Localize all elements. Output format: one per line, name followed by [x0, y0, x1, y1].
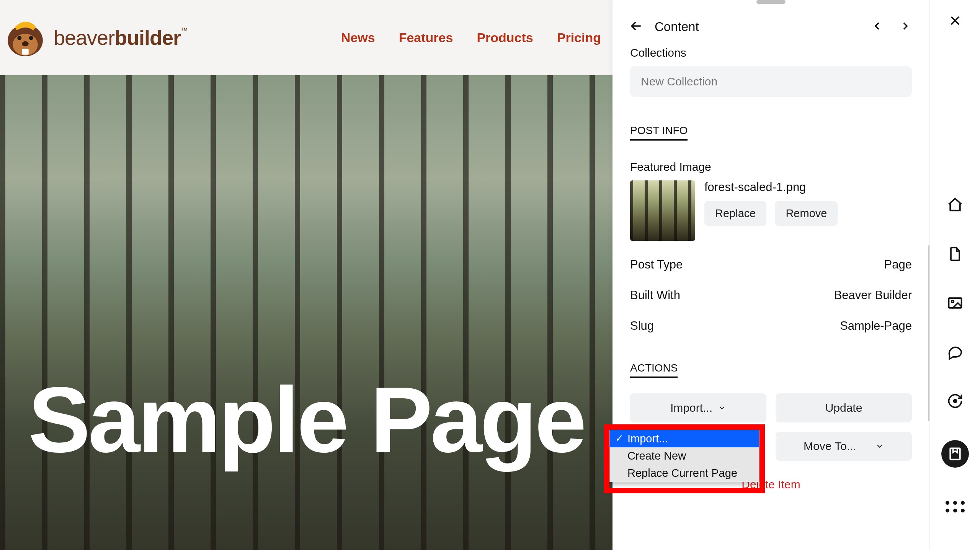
prev-button[interactable]	[871, 20, 884, 34]
import-dropdown[interactable]: Import... Create New Replace Current Pag…	[609, 430, 760, 482]
tab-post-info[interactable]: POST INFO	[630, 124, 688, 141]
featured-image-thumbnail[interactable]	[630, 180, 695, 241]
home-icon	[947, 196, 964, 213]
close-icon	[947, 13, 963, 28]
next-button[interactable]	[899, 20, 912, 34]
back-button[interactable]	[629, 18, 644, 35]
tab-actions[interactable]: ACTIONS	[630, 362, 678, 378]
main-nav: News Features Products Pricing	[341, 30, 612, 45]
panel-header: Content	[612, 4, 929, 41]
sync-icon	[947, 393, 964, 409]
svg-point-4	[29, 36, 33, 40]
content-panel: Content Collections POST INFO Featured I…	[612, 0, 929, 550]
move-to-button[interactable]: Move To...	[776, 432, 912, 461]
arrow-left-icon	[629, 18, 644, 34]
nav-products[interactable]: Products	[477, 30, 533, 45]
document-icon	[947, 246, 964, 262]
built-with-value: Beaver Builder	[834, 288, 912, 302]
rail-comments[interactable]	[945, 342, 965, 362]
beaver-logo-icon	[0, 15, 51, 61]
rail-media[interactable]	[945, 293, 965, 313]
dropdown-option-replace-current[interactable]: Replace Current Page	[610, 465, 759, 482]
new-collection-input[interactable]	[630, 66, 912, 97]
panel-title: Content	[655, 20, 699, 34]
nav-pricing[interactable]: Pricing	[557, 30, 601, 45]
chevron-left-icon	[871, 20, 884, 33]
update-button[interactable]: Update	[776, 393, 912, 422]
featured-image-label: Featured Image	[630, 160, 912, 174]
hero: Sample Page	[0, 75, 612, 550]
replace-image-button[interactable]: Replace	[704, 201, 766, 226]
rail-sync[interactable]	[945, 391, 965, 411]
logo[interactable]: beaverbuilder™	[0, 15, 187, 61]
featured-image-filename: forest-scaled-1.png	[704, 180, 838, 194]
chevron-down-icon	[718, 404, 726, 412]
page-title: Sample Page	[28, 373, 585, 467]
rail-home[interactable]	[945, 195, 965, 215]
chevron-down-icon	[875, 442, 884, 450]
hero-background-image	[0, 75, 612, 550]
svg-rect-9	[950, 448, 960, 459]
rail-apps[interactable]	[945, 497, 965, 517]
chevron-right-icon	[899, 20, 912, 33]
chat-icon	[947, 344, 964, 360]
slug-value: Sample-Page	[840, 319, 912, 333]
slug-label: Slug	[630, 319, 654, 333]
svg-rect-2	[22, 49, 28, 54]
tool-rail	[929, 0, 980, 550]
collections-label: Collections	[630, 46, 912, 59]
dropdown-option-create-new[interactable]: Create New	[610, 447, 759, 465]
svg-point-3	[17, 36, 21, 40]
post-type-label: Post Type	[630, 258, 683, 272]
svg-point-7	[951, 301, 954, 303]
svg-point-5	[22, 41, 28, 46]
dropdown-option-import[interactable]: Import...	[610, 430, 759, 447]
image-icon	[947, 295, 964, 311]
import-button[interactable]: Import...	[630, 393, 766, 422]
post-type-value: Page	[884, 258, 912, 272]
nav-news[interactable]: News	[341, 30, 375, 45]
built-with-label: Built With	[630, 288, 680, 302]
nav-features[interactable]: Features	[399, 30, 453, 45]
panel-drag-handle[interactable]	[756, 0, 786, 4]
remove-image-button[interactable]: Remove	[775, 201, 838, 226]
close-button[interactable]	[947, 13, 963, 29]
rail-document[interactable]	[945, 244, 965, 264]
rail-library[interactable]	[941, 440, 969, 468]
site-header: beaverbuilder™ News Features Products Pr…	[0, 0, 612, 75]
bookmark-save-icon	[947, 445, 964, 462]
logo-text: beaverbuilder™	[54, 26, 187, 49]
grid-icon	[946, 501, 965, 512]
svg-point-8	[954, 399, 956, 402]
